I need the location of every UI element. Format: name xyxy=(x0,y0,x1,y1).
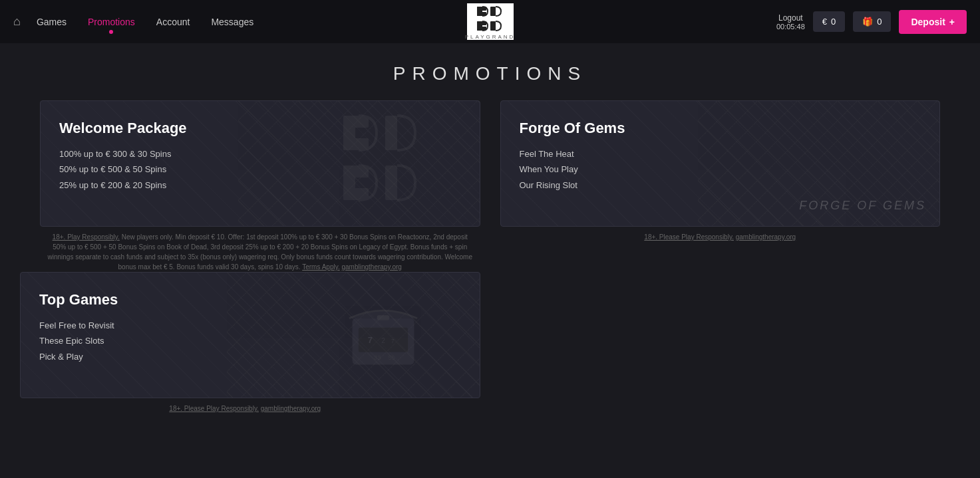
nav-games[interactable]: Games xyxy=(37,17,67,27)
gift-icon: 🎁 xyxy=(862,17,873,27)
welcome-title: Welcome Package xyxy=(59,120,461,137)
deposit-button[interactable]: Deposit + xyxy=(899,10,967,34)
logo[interactable]: PLAYGRAND xyxy=(467,3,514,40)
gambling-therapy-link-1[interactable]: gamblingtherapy.org xyxy=(342,263,402,271)
play-responsibly-link-3[interactable]: 18+. Please Play Responsibly. xyxy=(169,405,259,412)
euro-icon: € xyxy=(822,17,827,27)
logo-svg xyxy=(476,4,505,33)
forge-gems-section: Forge Of Gems Feel The Heat When You Pla… xyxy=(490,100,941,272)
main-nav: Games Promotions Account Messages xyxy=(37,17,253,27)
svg-rect-7 xyxy=(490,21,496,31)
forge-gems-card[interactable]: Forge Of Gems Feel The Heat When You Pla… xyxy=(500,100,941,227)
nav-account[interactable]: Account xyxy=(156,17,190,27)
play-responsibly-link-1[interactable]: 18+. Play Responsibly. xyxy=(53,233,120,241)
top-games-line-3: Pick & Play xyxy=(39,349,461,364)
welcome-disclaimer: 18+. Play Responsibly. New players only.… xyxy=(40,232,480,272)
top-games-disclaimer-row: 18+. Please Play Responsibly. gamblingth… xyxy=(0,404,490,414)
play-responsibly-link-2[interactable]: 18+. Please Play Responsibly. xyxy=(644,233,734,241)
forge-disclaimer: 18+. Please Play Responsibly. gamblingth… xyxy=(500,232,941,242)
gambling-therapy-link-2[interactable]: gamblingtherapy.org xyxy=(736,233,796,241)
top-games-line-1: Feel Free to Revisit xyxy=(39,318,461,333)
welcome-disclaimer-text: 18+. Play Responsibly. New players only.… xyxy=(47,233,472,271)
header-right: Logout 00:05:48 € 0 🎁 0 Deposit + xyxy=(776,10,967,34)
svg-rect-3 xyxy=(490,7,496,16)
welcome-line-2: 50% up to € 500 & 50 Spins xyxy=(59,162,461,177)
session-timer: 00:05:48 xyxy=(776,23,805,31)
logo-text: PLAYGRAND xyxy=(465,34,516,40)
terms-apply-link[interactable]: Terms Apply. xyxy=(302,263,340,271)
top-games-card[interactable]: Top Games Feel Free to Revisit These Epi… xyxy=(20,272,480,398)
bottom-row: Top Games Feel Free to Revisit These Epi… xyxy=(0,272,980,398)
forge-watermark: FORGE OF GEMS xyxy=(799,199,926,213)
forge-line-3: Our Rising Slot xyxy=(520,178,921,193)
gift-amount: 0 xyxy=(877,17,882,27)
welcome-line-3: 25% up to € 200 & 20 Spins xyxy=(59,178,461,193)
top-games-content: Top Games Feel Free to Revisit These Epi… xyxy=(39,291,461,364)
euro-balance-amount: 0 xyxy=(831,17,836,27)
page-title: PROMOTIONS xyxy=(0,63,980,84)
bottom-section: Top Games Feel Free to Revisit These Epi… xyxy=(0,272,980,414)
euro-balance-button[interactable]: € 0 xyxy=(813,11,845,32)
logout-label[interactable]: Logout xyxy=(778,13,803,23)
top-games-title: Top Games xyxy=(39,291,461,308)
top-games-line-2: These Epic Slots xyxy=(39,333,461,348)
deposit-label: Deposit xyxy=(911,17,945,27)
forge-line-2: When You Play xyxy=(520,162,921,177)
forge-line-1: Feel The Heat xyxy=(520,146,921,162)
logout-block[interactable]: Logout 00:05:48 xyxy=(776,13,805,31)
nav-promotions[interactable]: Promotions xyxy=(88,17,135,27)
home-icon[interactable]: ⌂ xyxy=(13,15,21,29)
promotions-grid: Welcome Package 100% up to € 300 & 30 Sp… xyxy=(20,100,960,272)
gambling-therapy-link-3[interactable]: gamblingtherapy.org xyxy=(261,405,321,412)
forge-title: Forge Of Gems xyxy=(520,120,921,137)
welcome-content: Welcome Package 100% up to € 300 & 30 Sp… xyxy=(59,120,461,193)
deposit-plus-icon: + xyxy=(949,17,955,27)
header: ⌂ Games Promotions Account Messages xyxy=(0,0,980,43)
welcome-package-section: Welcome Package 100% up to € 300 & 30 Sp… xyxy=(40,100,490,272)
welcome-package-card[interactable]: Welcome Package 100% up to € 300 & 30 Sp… xyxy=(40,100,480,227)
gift-balance-button[interactable]: 🎁 0 xyxy=(853,11,891,32)
nav-messages[interactable]: Messages xyxy=(211,17,253,27)
forge-content: Forge Of Gems Feel The Heat When You Pla… xyxy=(520,120,921,193)
welcome-line-1: 100% up to € 300 & 30 Spins xyxy=(59,146,461,162)
top-games-disclaimer: 18+. Please Play Responsibly. gamblingth… xyxy=(20,404,470,414)
